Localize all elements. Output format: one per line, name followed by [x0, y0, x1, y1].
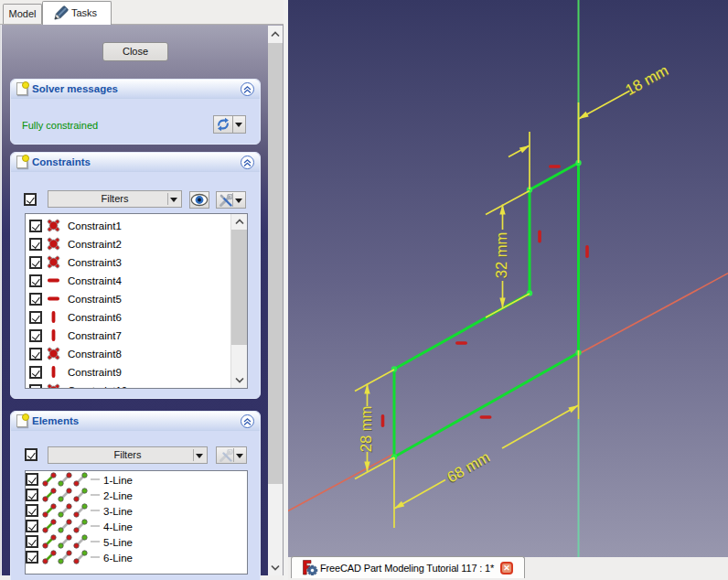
- svg-text:28 mm: 28 mm: [358, 406, 374, 452]
- svg-text:32 mm: 32 mm: [493, 232, 509, 278]
